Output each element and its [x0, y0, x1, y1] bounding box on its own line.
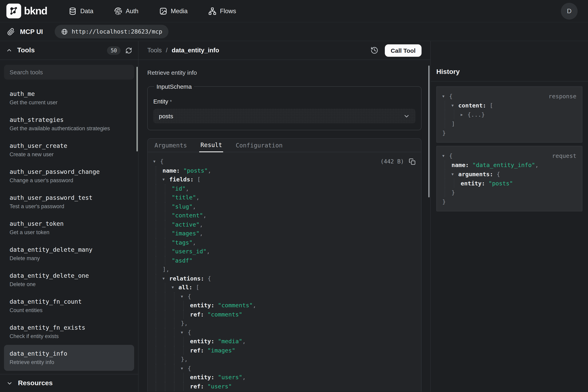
indent-guide — [153, 391, 163, 392]
tool-list-item[interactable]: data_entity_infoRetrieve entity info — [4, 345, 134, 371]
collapse-toggle-icon[interactable]: ▼ — [181, 294, 188, 298]
tool-list-item[interactable]: data_entity_fn_existsCheck if entity exi… — [4, 319, 134, 345]
tools-header[interactable]: Tools 50 — [0, 41, 138, 60]
collapse-toggle-icon[interactable]: ▼ — [172, 286, 179, 290]
tool-list-item[interactable]: auth_user_createCreate a new user — [4, 137, 134, 163]
json-line: "active", — [153, 220, 415, 229]
indent-guide — [172, 301, 181, 310]
json-line: entity: "posts" — [442, 178, 577, 188]
json-line: ▼{ — [153, 364, 415, 373]
nav-item-media[interactable]: Media — [159, 7, 188, 15]
collapse-toggle-icon[interactable]: ▼ — [163, 178, 169, 182]
brand[interactable]: bknd — [6, 4, 47, 18]
json-punct: [ — [196, 284, 199, 291]
tab-arguments[interactable]: Arguments — [153, 139, 188, 152]
result-tabs: ArgumentsResultConfiguration — [148, 139, 421, 152]
refresh-icon[interactable] — [125, 47, 132, 54]
search-input[interactable] — [4, 65, 134, 80]
indent-guide — [153, 238, 163, 247]
json-line: entity: "media", — [153, 337, 415, 346]
json-punct: [ — [490, 102, 493, 108]
entity-select[interactable]: posts — [153, 109, 415, 124]
tool-desc: Get the available authentication strateg… — [9, 125, 129, 132]
tool-detail: Retrieve entity info InputSchema Entity*… — [139, 60, 430, 392]
json-line: "users_id", — [153, 247, 415, 256]
result-card: ArgumentsResultConfiguration ▼{(442 B)na… — [147, 138, 421, 392]
indent-guide — [163, 346, 172, 355]
json-punct: , — [199, 230, 203, 237]
json-punct: , — [193, 204, 196, 210]
main-scrollbar-thumb[interactable] — [428, 66, 429, 198]
tab-result[interactable]: Result — [199, 139, 223, 152]
indent-guide — [153, 319, 163, 328]
json-punct: }, — [181, 320, 188, 327]
tools-list: auth_meGet the current userauth_strategi… — [0, 60, 138, 374]
history-panel: History ▼{response▼content: [▶{...}]}▼{r… — [430, 41, 588, 392]
history-icon[interactable] — [371, 46, 379, 54]
json-punct: , — [208, 168, 211, 174]
globe-icon — [61, 28, 68, 35]
chevron-up-icon[interactable] — [6, 47, 12, 54]
tool-list-item[interactable]: auth_user_password_changeChange a user's… — [4, 163, 134, 189]
json-string: "images" — [172, 230, 199, 237]
indent-guide — [172, 310, 181, 319]
json-line: "content", — [153, 211, 415, 220]
collapse-toggle-icon[interactable]: ▼ — [451, 172, 458, 176]
json-line: ▼content: [ — [442, 101, 577, 110]
history-card-request[interactable]: ▼{requestname: "data_entity_info",▼argum… — [436, 146, 583, 212]
history-card-response[interactable]: ▼{response▼content: [▶{...}]} — [436, 86, 583, 143]
collapse-toggle-icon[interactable]: ▼ — [181, 330, 188, 334]
call-tool-button[interactable]: Call Tool — [385, 44, 421, 56]
sidebar-scrollbar-thumb[interactable] — [137, 67, 138, 152]
collapse-toggle-icon[interactable]: ▼ — [451, 103, 458, 107]
json-key: fields: — [169, 176, 197, 183]
collapse-toggle-icon[interactable]: ▼ — [163, 276, 169, 280]
json-line: name: "posts", — [153, 166, 415, 175]
json-key: entity: — [190, 338, 218, 345]
tool-list-item[interactable]: data_entity_delete_manyDelete many — [4, 241, 134, 267]
content-body: Tools 50 auth_meGet the current userauth… — [0, 41, 588, 392]
resources-section-header[interactable]: Resources — [0, 374, 138, 392]
indent-guide — [153, 328, 163, 337]
collapse-toggle-icon[interactable]: ▼ — [442, 94, 449, 98]
copy-icon[interactable] — [409, 158, 415, 165]
collapse-toggle-icon[interactable]: ▼ — [181, 366, 188, 370]
tools-title: Tools — [17, 46, 35, 54]
nav-item-data[interactable]: Data — [69, 7, 93, 15]
tool-list-item[interactable]: auth_strategiesGet the available authent… — [4, 111, 134, 137]
mcp-ui-app: bknd DataAuthMediaFlows D MCP UI http://… — [0, 0, 588, 392]
json-line: entity: "comments", — [153, 301, 415, 310]
collapse-toggle-icon[interactable]: ▼ — [442, 154, 449, 158]
indent-guide — [442, 178, 451, 188]
brand-name: bknd — [24, 5, 47, 17]
required-marker: * — [170, 99, 172, 105]
indent-guide — [153, 211, 163, 220]
json-key: content: — [458, 102, 490, 108]
json-string: "users_id" — [172, 248, 206, 255]
json-string: "title" — [172, 194, 196, 201]
mcp-url-chip[interactable]: http://localhost:28623/mcp — [55, 25, 169, 38]
nav-item-flows[interactable]: Flows — [208, 7, 236, 15]
indent-guide — [442, 110, 451, 119]
collapse-toggle-icon[interactable]: ▼ — [153, 160, 160, 164]
expand-toggle-icon[interactable]: ▶ — [461, 112, 467, 116]
tab-configuration[interactable]: Configuration — [234, 139, 284, 152]
resources-title: Resources — [18, 379, 53, 387]
indent-guide — [153, 364, 163, 373]
tool-list-item[interactable]: auth_user_tokenGet a user token — [4, 215, 134, 241]
tool-list-item[interactable]: data_entity_delete_oneDelete one — [4, 267, 134, 293]
json-string: "tags" — [172, 239, 193, 246]
breadcrumb-section[interactable]: Tools — [147, 47, 162, 54]
chevron-down-icon — [403, 113, 410, 120]
json-line: "asdf" — [153, 256, 415, 265]
json-line: ▼fields: [ — [153, 175, 415, 184]
indent-guide — [172, 355, 181, 364]
tool-list-item[interactable]: auth_meGet the current user — [4, 85, 134, 111]
tool-list-item[interactable]: auth_user_password_testTest a user's pas… — [4, 189, 134, 215]
tool-list-item[interactable]: data_entity_fn_countCount entities — [4, 293, 134, 319]
nav-item-auth[interactable]: Auth — [114, 7, 139, 15]
history-entries: ▼{response▼content: [▶{...}]}▼{requestna… — [431, 82, 588, 216]
json-punct: , — [199, 221, 203, 228]
user-avatar[interactable]: D — [561, 2, 578, 20]
indent-guide — [181, 346, 190, 355]
